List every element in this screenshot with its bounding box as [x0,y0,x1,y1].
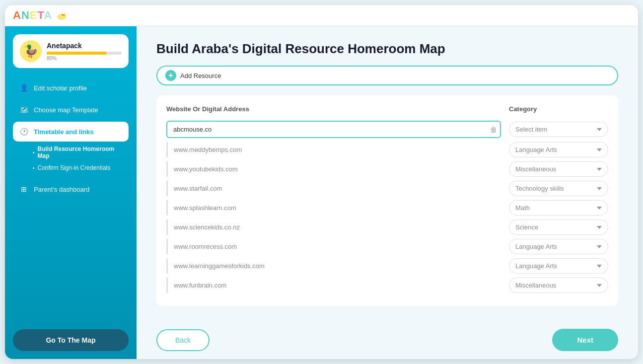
delete-icon[interactable]: 🗑 [490,126,497,134]
resource-header: Website Or Digital Address Category [166,105,608,113]
progress-label: 80% [47,56,122,61]
category-select-3[interactable]: Language Arts Miscellaneous Technology s… [509,181,608,196]
clock-icon: 🕐 [19,127,29,137]
page-title: Build Araba's Digital Resource Homeroom … [156,41,618,57]
url-column-header: Website Or Digital Address [166,105,501,113]
url-input-wrapper [166,200,501,216]
avatar: 🦆 [20,40,42,62]
next-button[interactable]: Next [552,329,618,351]
dashboard-icon: ⊞ [19,184,29,194]
sidebar: 🦆 Anetapack 80% 👤 Edit scholar profile 🗺… [5,26,137,359]
url-input-1[interactable] [166,142,501,157]
progress-bar-fill [47,52,107,55]
sub-nav-build-resource[interactable]: Build Resource Homeroom Map [29,144,129,161]
url-input-wrapper [166,278,501,293]
category-select-6[interactable]: Language Arts Miscellaneous Technology s… [509,239,608,254]
table-row: 🗑 Select item Language Arts Miscellaneou… [166,119,608,140]
resource-list: 🗑 Select item Language Arts Miscellaneou… [166,119,608,296]
table-row: Language Arts Miscellaneous Technology s… [166,140,608,159]
sub-nav-label: Build Resource Homeroom Map [38,146,125,159]
sub-nav: Build Resource Homeroom Map Confirm Sign… [13,144,129,173]
sub-nav-confirm-signin[interactable]: Confirm Sign-in Credentials [29,162,129,173]
duck-logo-icon [56,12,67,20]
sidebar-item-label: Parent's dashboard [34,186,89,193]
add-resource-label: Add Resource [180,72,221,79]
add-resource-button[interactable]: + Add Resource [156,66,618,85]
url-input-4[interactable] [166,200,501,216]
category-select-1[interactable]: Language Arts Miscellaneous Technology s… [509,142,608,157]
add-icon: + [165,70,176,81]
resource-container: Website Or Digital Address Category 🗑 Se… [156,95,618,306]
back-button[interactable]: Back [156,329,210,351]
top-bar: ANETA [5,5,638,26]
sidebar-item-label: Edit scholar profile [34,84,87,92]
url-input-3[interactable] [166,181,501,196]
person-icon: 👤 [19,83,29,93]
url-input-8[interactable] [166,278,501,293]
table-row: Language Arts Miscellaneous Technology s… [166,256,608,276]
url-input-wrapper [166,181,501,196]
progress-bar-container [47,52,122,55]
app-logo: ANETA [13,9,67,22]
category-column-header: Category [509,105,608,113]
go-to-map-button[interactable]: Go To The Map [13,329,129,351]
category-select-4[interactable]: Language Arts Miscellaneous Technology s… [509,200,608,216]
url-input-active[interactable] [166,121,501,138]
url-input-2[interactable] [166,161,501,177]
url-input-7[interactable] [166,258,501,274]
user-name: Anetapack [47,42,122,50]
bottom-buttons: Back Next [137,321,638,359]
url-input-5[interactable] [166,219,501,235]
url-input-6[interactable] [166,239,501,254]
sidebar-item-edit-scholar[interactable]: 👤 Edit scholar profile [13,78,129,98]
url-input-wrapper [166,219,501,235]
user-info: Anetapack 80% [47,42,122,61]
url-input-wrapper: 🗑 [166,121,501,138]
url-input-wrapper [166,161,501,177]
sidebar-item-label: Timetable and links [34,128,93,136]
sub-nav-label: Confirm Sign-in Credentials [38,164,111,171]
table-row: Language Arts Miscellaneous Technology s… [166,198,608,218]
sidebar-item-parent-dashboard[interactable]: ⊞ Parent's dashboard [13,179,129,199]
user-card: 🦆 Anetapack 80% [13,34,129,68]
main-area: Build Araba's Digital Resource Homeroom … [137,26,638,321]
sidebar-item-label: Choose map Template [34,106,98,114]
category-select-7[interactable]: Language Arts Miscellaneous Technology s… [509,258,608,274]
url-input-wrapper [166,239,501,254]
nav-items: 👤 Edit scholar profile 🗺️ Choose map Tem… [13,78,129,324]
url-input-wrapper [166,258,501,274]
table-row: Language Arts Miscellaneous Technology s… [166,159,608,179]
category-select-0[interactable]: Select item Language Arts Miscellaneous … [509,122,608,137]
main-content: 🦆 Anetapack 80% 👤 Edit scholar profile 🗺… [5,26,638,359]
table-row: Language Arts Miscellaneous Technology s… [166,237,608,256]
category-select-5[interactable]: Language Arts Miscellaneous Technology s… [509,219,608,235]
map-icon: 🗺️ [19,105,29,115]
table-row: Language Arts Miscellaneous Technology s… [166,295,608,296]
svg-point-3 [62,14,63,15]
sidebar-item-choose-map[interactable]: 🗺️ Choose map Template [13,100,129,120]
app-wrapper: ANETA 🦆 Anetapack 80% [5,5,638,359]
url-input-wrapper [166,142,501,157]
table-row: Language Arts Miscellaneous Technology s… [166,218,608,237]
category-select-8[interactable]: Language Arts Miscellaneous Technology s… [509,278,608,293]
category-select-2[interactable]: Language Arts Miscellaneous Technology s… [509,161,608,177]
sidebar-item-timetable[interactable]: 🕐 Timetable and links [13,122,129,142]
table-row: Language Arts Miscellaneous Technology s… [166,179,608,198]
table-row: Language Arts Miscellaneous Technology s… [166,276,608,295]
